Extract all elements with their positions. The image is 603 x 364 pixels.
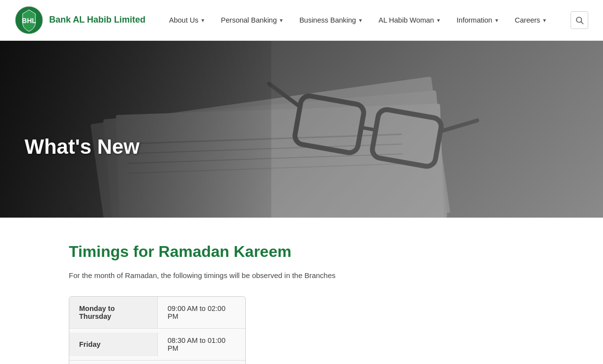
navbar: BHL Bank AL Habib Limited About Us▼Perso… — [0, 0, 603, 41]
chevron-down-icon: ▼ — [201, 18, 205, 23]
nav-item-business-banking[interactable]: Business Banking▼ — [293, 12, 369, 28]
brand-name: Bank AL Habib Limited — [49, 14, 145, 26]
chevron-down-icon: ▼ — [542, 18, 547, 23]
nav-item-label: About Us — [169, 16, 199, 24]
nav-item-personal-banking[interactable]: Personal Banking▼ — [215, 12, 290, 28]
table-cell-time: 09:00 AM to 02:00 PM — [158, 297, 245, 328]
nav-item-about-us[interactable]: About Us▼ — [163, 12, 211, 28]
logo-icon: BHL — [15, 6, 43, 34]
article-description: For the month of Ramadan, the following … — [69, 270, 534, 281]
svg-line-15 — [440, 114, 477, 138]
table-row: Friday08:30 AM to 01:00 PM — [69, 329, 245, 361]
search-icon — [575, 16, 584, 25]
chevron-down-icon: ▼ — [436, 18, 441, 23]
hero-banner: What's New — [0, 41, 603, 218]
chevron-down-icon: ▼ — [358, 18, 363, 23]
chevron-down-icon: ▼ — [279, 18, 284, 23]
svg-text:BHL: BHL — [22, 17, 36, 25]
nav-item-label: Personal Banking — [221, 16, 277, 24]
nav-item-information[interactable]: Information▼ — [451, 12, 505, 28]
table-cell-time: 08:30 AM to 01:00 PM — [158, 329, 245, 360]
chevron-down-icon: ▼ — [494, 18, 499, 23]
table-cell-day: Friday — [69, 333, 158, 356]
hero-overlay — [0, 41, 271, 218]
main-content: Timings for Ramadan Kareem For the month… — [0, 218, 603, 364]
nav-item-label: Information — [457, 16, 492, 24]
table-row: Saturday08:30 AM to 01:00 PM — [69, 361, 245, 364]
nav-item-label: AL Habib Woman — [378, 16, 434, 24]
nav-item-al-habib-woman[interactable]: AL Habib Woman▼ — [373, 12, 447, 28]
table-cell-time: 08:30 AM to 01:00 PM — [158, 361, 245, 364]
search-button[interactable] — [571, 11, 588, 29]
timings-table: Monday to Thursday09:00 AM to 02:00 PMFr… — [69, 296, 246, 364]
svg-line-3 — [581, 22, 583, 24]
nav-item-label: Careers — [515, 16, 541, 24]
logo-link[interactable]: BHL Bank AL Habib Limited — [15, 6, 145, 34]
nav-item-label: Business Banking — [299, 16, 356, 24]
article-title: Timings for Ramadan Kareem — [69, 242, 534, 261]
hero-title: What's New — [25, 135, 140, 159]
table-row: Monday to Thursday09:00 AM to 02:00 PM — [69, 297, 245, 329]
nav-item-careers[interactable]: Careers▼ — [509, 12, 553, 28]
table-cell-day: Monday to Thursday — [69, 297, 158, 328]
nav-links: About Us▼Personal Banking▼Business Banki… — [163, 12, 553, 28]
